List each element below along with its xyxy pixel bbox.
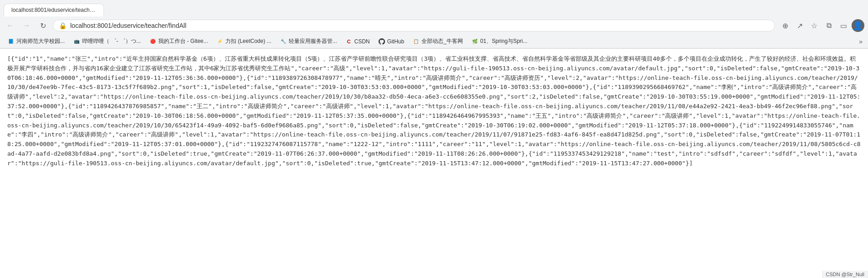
bookmark-label-csdn: CSDN [354,38,370,45]
sidebar-icon: ▭ [840,21,847,30]
bookmark-label-gitee: 我的工作台 - Gitee... [158,37,208,45]
zoom-button[interactable]: ⊕ [779,19,791,32]
extensions-button[interactable]: ⧉ [822,19,835,32]
profile-icon: 👤 [853,21,863,31]
address-text: localhost:8001/eduservice/teacher/findAl… [70,22,769,29]
address-bar[interactable]: 🔒 localhost:8001/eduservice/teacher/find… [53,20,775,31]
bookmark-spring[interactable]: 🌿 01、Spring与Spri... [468,37,531,46]
bookmark-niuke[interactable]: 📋 全部动态_牛客网 [409,37,467,46]
bookmark-favicon-spring: 🌿 [471,38,478,45]
bookmark-bilibili[interactable]: 📺 哔哩哔哩（ ゜- ゜）つ... [69,37,145,46]
bookmark-favicon-github [378,38,385,45]
bookmarks-bar: 📘 河南师范大学校园... 📺 哔哩哔哩（ ゜- ゜）つ... 🔴 我的工作台 … [0,35,868,48]
tab-bar: localhost:8001/eduservice/teacher/findAl… [0,0,868,16]
reload-icon: ↻ [40,21,46,30]
bookmark-label-github: GitHub [387,38,404,45]
page-content: [{"id":"1","name":"张三","intro":"近年主持国家自然… [0,49,868,254]
bookmark-label-leetcode: 力扣 (LeetCode) ... [225,37,271,45]
bookmark-favicon-niuke: 📋 [412,38,420,45]
nav-right-icons: ⊕ ↗ ☆ ⧉ ▭ 👤 [779,19,864,32]
forward-arrow-icon: → [23,21,30,30]
forward-button[interactable]: → [20,19,33,32]
bookmark-label-spring: 01、Spring与Spri... [480,37,527,45]
bookmark-leetcode[interactable]: ⚡ 力扣 (LeetCode) ... [213,37,275,46]
bookmark-favicon-leetcode: ⚡ [216,38,223,45]
bookmark-label-bilibili: 哔哩哔哩（ ゜- ゜）つ... [82,37,141,45]
bookmark-favicon-csdn: C [345,38,353,45]
back-button[interactable]: ← [4,19,16,32]
sidebar-button[interactable]: ▭ [837,19,850,32]
share-icon: ↗ [797,21,803,30]
active-tab[interactable]: localhost:8001/eduservice/teacher/findAl… [4,4,104,16]
browser-chrome: localhost:8001/eduservice/teacher/findAl… [0,0,868,49]
lock-icon: 🔒 [59,22,67,29]
bookmark-button[interactable]: ☆ [808,19,821,32]
bookmark-github[interactable]: GitHub [374,37,408,46]
bookmark-favicon-gitee: 🔴 [149,38,156,45]
reload-button[interactable]: ↻ [36,19,49,32]
bookmark-csdn[interactable]: C CSDN [342,37,374,46]
bookmark-favicon-qingliang: 🔧 [280,38,287,45]
star-icon: ☆ [811,21,817,30]
bookmark-henan[interactable]: 📘 河南师范大学校园... [4,37,68,46]
more-bookmarks-button[interactable]: » [857,37,864,46]
bookmark-favicon-bilibili: 📺 [73,38,80,45]
bookmark-qingliang[interactable]: 🔧 轻量应用服务器管... [276,37,341,46]
back-arrow-icon: ← [6,21,14,30]
bookmark-favicon-henan: 📘 [7,38,15,45]
bookmark-label-niuke: 全部动态_牛客网 [421,37,463,45]
bookmark-label-qingliang: 轻量应用服务器管... [289,37,337,45]
share-button[interactable]: ↗ [793,19,806,32]
bookmark-gitee[interactable]: 🔴 我的工作台 - Gitee... [146,37,212,46]
navigation-bar: ← → ↻ 🔒 localhost:8001/eduservice/teache… [0,16,868,35]
zoom-icon: ⊕ [782,21,788,30]
bookmark-label-henan: 河南师范大学校园... [16,37,65,45]
extension-icon: ⧉ [826,21,832,30]
profile-avatar[interactable]: 👤 [852,19,864,32]
